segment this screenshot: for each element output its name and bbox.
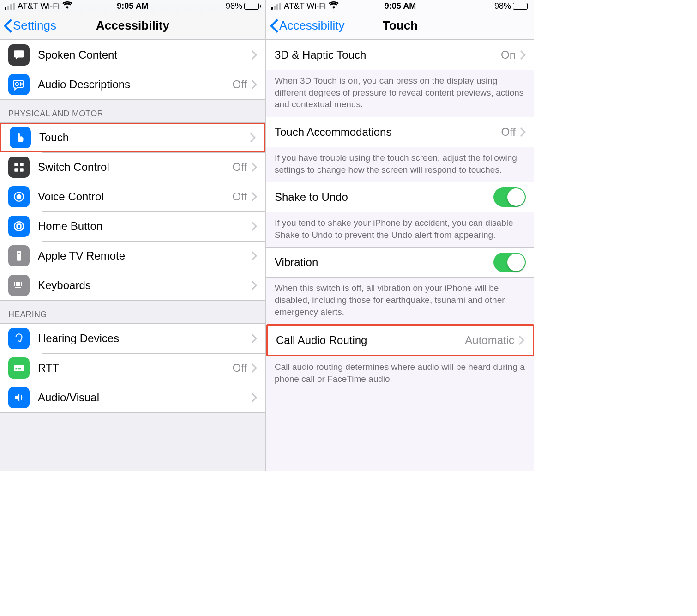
cell-signal-icon [271, 3, 281, 10]
home-button-icon [8, 216, 30, 237]
group-speech: Spoken Content Audio Descriptions Off [0, 40, 265, 100]
battery-percentage: 98% [226, 1, 242, 11]
footer-shake: If you tend to shake your iPhone by acci… [266, 212, 534, 247]
row-label: Touch Accommodations [275, 126, 501, 139]
page-title: Touch [383, 18, 418, 33]
footer-call-routing: Call audio routing determines where audi… [266, 356, 534, 391]
row-label: Shake to Undo [275, 191, 493, 204]
battery-icon [513, 3, 529, 10]
battery-icon [244, 3, 261, 10]
row-label: Switch Control [38, 161, 232, 174]
group-call-routing: Call Audio Routing Automatic [266, 324, 534, 356]
group-accommodations: Touch Accommodations Off [266, 117, 534, 147]
row-keyboards[interactable]: Keyboards [0, 271, 265, 300]
svg-rect-8 [17, 251, 21, 261]
svg-rect-7 [17, 224, 21, 229]
svg-rect-2 [14, 168, 18, 172]
chevron-right-icon [252, 363, 257, 373]
nav-bar: Settings Accessibility [0, 12, 265, 40]
svg-rect-3 [20, 168, 24, 172]
svg-rect-14 [21, 282, 22, 284]
row-call-audio-routing[interactable]: Call Audio Routing Automatic [268, 326, 533, 355]
svg-point-6 [14, 222, 24, 231]
battery-percentage: 98% [494, 1, 511, 11]
chevron-right-icon [520, 127, 526, 137]
row-rtt[interactable]: RTT Off [0, 353, 265, 383]
chevron-right-icon [252, 163, 257, 172]
cell-signal-icon [5, 3, 15, 10]
row-hearing-devices[interactable]: Hearing Devices [0, 324, 265, 353]
shake-toggle[interactable] [493, 187, 526, 207]
group-physical-motor: Touch Switch Control Off Voice Control O… [0, 122, 265, 301]
touch-icon [10, 127, 31, 148]
row-label: Audio Descriptions [38, 78, 232, 91]
svg-rect-23 [19, 368, 21, 369]
row-audio-visual[interactable]: Audio/Visual [0, 383, 265, 412]
rtt-icon [8, 357, 30, 379]
carrier-label: AT&T Wi-Fi [284, 1, 326, 11]
chevron-right-icon [252, 222, 257, 231]
row-label: Voice Control [38, 190, 232, 203]
section-header-hearing: Hearing [0, 301, 265, 323]
row-spoken-content[interactable]: Spoken Content [0, 40, 265, 70]
row-label: Home Button [38, 220, 252, 233]
chevron-right-icon [252, 393, 257, 402]
row-touch-accommodations[interactable]: Touch Accommodations Off [266, 117, 534, 147]
svg-point-9 [18, 253, 19, 254]
row-value: Automatic [465, 334, 514, 347]
chevron-right-icon [252, 50, 257, 60]
back-button[interactable]: Settings [4, 18, 56, 33]
row-label: Keyboards [38, 279, 252, 292]
svg-point-5 [17, 195, 21, 199]
group-haptic: 3D & Haptic Touch On [266, 40, 534, 70]
group-hearing: Hearing Devices RTT Off Audio/Visual [0, 323, 265, 413]
row-value: On [501, 48, 516, 61]
back-button[interactable]: Accessibility [270, 18, 345, 33]
svg-rect-15 [14, 284, 15, 286]
row-value: Off [232, 161, 247, 174]
row-label: RTT [38, 362, 232, 374]
vibration-toggle[interactable] [493, 253, 526, 272]
svg-rect-13 [18, 282, 20, 284]
row-3d-haptic-touch[interactable]: 3D & Haptic Touch On [266, 40, 534, 70]
row-touch[interactable]: Touch [0, 123, 265, 152]
chevron-right-icon [252, 334, 257, 343]
chevron-right-icon [252, 281, 257, 290]
row-value: Off [232, 78, 247, 91]
row-apple-tv-remote[interactable]: Apple TV Remote [0, 241, 265, 271]
chevron-right-icon [252, 80, 257, 89]
nav-bar: Accessibility Touch [266, 12, 534, 40]
row-value: Off [232, 190, 247, 203]
status-bar: AT&T Wi-Fi 9:05 AM 98% [266, 0, 534, 12]
touch-screen: AT&T Wi-Fi 9:05 AM 98% Accessibility Tou… [266, 0, 534, 471]
clock: 9:05 AM [117, 1, 148, 11]
row-voice-control[interactable]: Voice Control Off [0, 182, 265, 211]
row-shake-to-undo[interactable]: Shake to Undo [266, 182, 534, 212]
row-value: Off [232, 362, 247, 374]
group-vibration: Vibration [266, 247, 534, 278]
row-value: Off [501, 126, 516, 139]
row-home-button[interactable]: Home Button [0, 211, 265, 241]
wifi-icon [62, 1, 72, 11]
row-label: Hearing Devices [38, 332, 252, 345]
chevron-right-icon [252, 251, 257, 260]
carrier-label: AT&T Wi-Fi [18, 1, 60, 11]
page-title: Accessibility [96, 18, 169, 33]
row-vibration[interactable]: Vibration [266, 248, 534, 277]
svg-rect-17 [18, 284, 20, 286]
row-audio-descriptions[interactable]: Audio Descriptions Off [0, 70, 265, 99]
svg-rect-22 [18, 368, 19, 369]
keyboard-icon [8, 275, 30, 296]
row-switch-control[interactable]: Switch Control Off [0, 152, 265, 182]
row-label: Spoken Content [38, 48, 252, 61]
svg-rect-11 [14, 282, 15, 284]
chevron-right-icon [252, 192, 257, 201]
remote-icon [8, 245, 30, 266]
audio-visual-icon [8, 387, 30, 408]
row-label: Apple TV Remote [38, 249, 252, 262]
accessibility-screen: AT&T Wi-Fi 9:05 AM 98% Settings Accessib… [0, 0, 266, 471]
svg-rect-0 [14, 163, 18, 166]
switch-control-icon [8, 157, 30, 178]
chevron-left-icon [4, 19, 12, 33]
row-label: Call Audio Routing [276, 334, 465, 347]
